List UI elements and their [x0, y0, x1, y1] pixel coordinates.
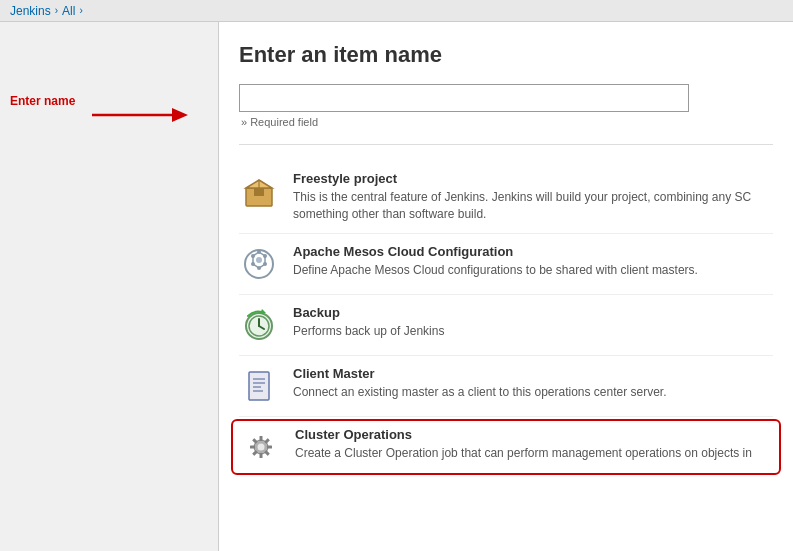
left-panel: Enter name	[0, 22, 218, 551]
client-master-title: Client Master	[293, 366, 773, 381]
mesos-icon	[239, 244, 279, 284]
svg-rect-20	[249, 372, 269, 400]
item-client-master[interactable]: Client Master Connect an existing master…	[239, 356, 773, 417]
svg-point-9	[263, 254, 267, 258]
cluster-ops-icon	[241, 427, 281, 467]
client-master-text: Client Master Connect an existing master…	[293, 366, 773, 401]
backup-desc: Performs back up of Jenkins	[293, 323, 773, 340]
svg-point-8	[257, 250, 261, 254]
breadcrumb-sep-1: ›	[55, 5, 58, 16]
svg-rect-31	[260, 453, 263, 458]
mesos-text: Apache Mesos Cloud Configuration Define …	[293, 244, 773, 279]
svg-rect-29	[267, 445, 272, 448]
freestyle-title: Freestyle project	[293, 171, 773, 186]
svg-point-6	[245, 250, 273, 278]
cluster-ops-desc: Create a Cluster Operation job that can …	[295, 445, 771, 462]
enter-name-arrow-icon	[90, 100, 190, 130]
required-field-text: » Required field	[241, 116, 773, 128]
breadcrumb-bar: Jenkins › All ›	[0, 0, 793, 22]
arrow-container	[90, 100, 190, 133]
freestyle-icon	[239, 171, 279, 211]
client-master-desc: Connect an existing master as a client t…	[293, 384, 773, 401]
svg-rect-27	[260, 436, 263, 441]
cluster-ops-title: Cluster Operations	[295, 427, 771, 442]
item-name-input[interactable]	[239, 84, 689, 112]
cluster-ops-text: Cluster Operations Create a Cluster Oper…	[295, 427, 771, 462]
freestyle-project-icon	[240, 172, 278, 210]
enter-name-label: Enter name	[10, 94, 75, 108]
breadcrumb-jenkins[interactable]: Jenkins	[10, 4, 51, 18]
freestyle-desc: This is the central feature of Jenkins. …	[293, 189, 773, 223]
section-divider	[239, 144, 773, 145]
item-backup[interactable]: Backup Performs back up of Jenkins	[239, 295, 773, 356]
svg-rect-4	[254, 188, 264, 196]
cluster-operations-project-icon	[241, 427, 281, 467]
freestyle-text: Freestyle project This is the central fe…	[293, 171, 773, 223]
client-master-project-icon	[240, 367, 278, 405]
item-cluster-operations[interactable]: Cluster Operations Create a Cluster Oper…	[231, 419, 781, 475]
page-title: Enter an item name	[239, 42, 773, 68]
breadcrumb-sep-2: ›	[79, 5, 82, 16]
mesos-title: Apache Mesos Cloud Configuration	[293, 244, 773, 259]
client-master-icon	[239, 366, 279, 406]
svg-point-12	[251, 262, 255, 266]
backup-title: Backup	[293, 305, 773, 320]
content-inner: Enter an item name » Required field	[219, 22, 793, 497]
breadcrumb-all[interactable]: All	[62, 4, 75, 18]
item-apache-mesos[interactable]: Apache Mesos Cloud Configuration Define …	[239, 234, 773, 295]
svg-point-14	[256, 257, 262, 263]
right-panel: Enter an item name » Required field	[218, 22, 793, 551]
svg-point-11	[257, 266, 261, 270]
item-type-list: Freestyle project This is the central fe…	[239, 161, 773, 477]
svg-point-10	[263, 262, 267, 266]
svg-point-26	[258, 443, 265, 450]
svg-rect-33	[250, 445, 255, 448]
backup-text: Backup Performs back up of Jenkins	[293, 305, 773, 340]
backup-project-icon	[240, 306, 278, 344]
mesos-desc: Define Apache Mesos Cloud configurations…	[293, 262, 773, 279]
main-layout: Enter name Enter an item name » Required…	[0, 22, 793, 551]
backup-icon	[239, 305, 279, 345]
name-input-area: » Required field	[239, 84, 773, 128]
apache-mesos-icon	[240, 245, 278, 283]
svg-marker-1	[172, 108, 188, 122]
item-freestyle[interactable]: Freestyle project This is the central fe…	[239, 161, 773, 234]
svg-point-13	[251, 254, 255, 258]
